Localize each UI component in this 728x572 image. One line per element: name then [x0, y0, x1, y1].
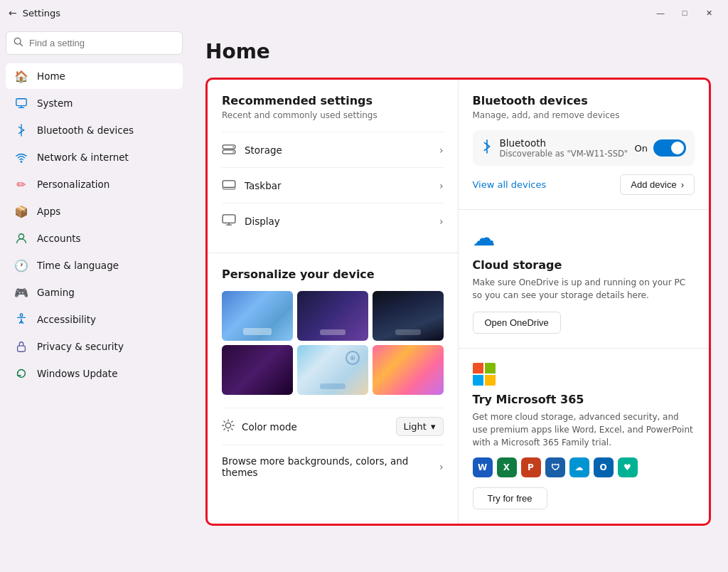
app-icon-powerpoint: P	[521, 457, 541, 477]
sidebar-item-update[interactable]: Windows Update	[6, 361, 183, 386]
bluetooth-actions: View all devices Add device ›	[473, 174, 695, 195]
sidebar-item-label-system: System	[37, 97, 73, 109]
display-label: Display	[245, 216, 280, 227]
wallpaper-5[interactable]: ⊕	[297, 345, 368, 395]
add-device-chevron: ›	[681, 179, 684, 190]
ms365-section: Try Microsoft 365 Get more cloud storage…	[459, 349, 710, 524]
ms-logo-q1	[473, 363, 483, 374]
svg-point-7	[20, 314, 23, 317]
sidebar-item-label-time: Time & language	[37, 260, 119, 271]
sidebar-item-accessibility[interactable]: Accessibility	[6, 307, 183, 332]
wallpaper-6[interactable]	[373, 345, 444, 395]
add-device-label: Add device	[631, 179, 676, 190]
view-all-devices-link[interactable]: View all devices	[473, 179, 547, 190]
bluetooth-toggle[interactable]	[653, 139, 686, 157]
title-bar-controls: — □ ✕	[650, 6, 719, 20]
svg-point-5	[21, 161, 23, 163]
open-onedrive-button[interactable]: Open OneDrive	[473, 312, 561, 334]
search-input[interactable]	[29, 38, 175, 48]
sidebar-item-label-privacy: Privacy & security	[37, 341, 124, 352]
search-box[interactable]	[6, 31, 183, 55]
color-mode-icon	[222, 419, 235, 435]
bluetooth-section-title: Bluetooth devices	[473, 94, 695, 107]
sidebar-item-home[interactable]: 🏠 Home	[6, 63, 183, 89]
app-body: 🏠 Home System Bluetooth & devices	[0, 26, 728, 572]
color-mode-select[interactable]: Light ▾	[396, 417, 444, 436]
sidebar-item-apps[interactable]: 📦 Apps	[6, 198, 183, 224]
sidebar-item-accounts[interactable]: Accounts	[6, 226, 183, 251]
app-title: Settings	[23, 8, 60, 18]
apps-icon: 📦	[14, 204, 28, 218]
display-icon	[222, 213, 236, 228]
color-mode-label: Color mode	[242, 421, 297, 433]
close-button[interactable]: ✕	[698, 6, 719, 20]
svg-point-11	[232, 147, 234, 148]
page-title: Home	[205, 40, 711, 63]
setting-row-taskbar[interactable]: Taskbar ›	[222, 167, 444, 203]
sidebar-item-gaming[interactable]: 🎮 Gaming	[6, 280, 183, 305]
accounts-icon	[14, 231, 28, 245]
sidebar: 🏠 Home System Bluetooth & devices	[0, 26, 188, 572]
setting-row-storage-left: Storage	[222, 142, 282, 157]
microsoft-logo	[473, 363, 496, 386]
app-icon-outlook: O	[594, 457, 614, 477]
sidebar-item-privacy[interactable]: Privacy & security	[6, 334, 183, 359]
wallpaper-1[interactable]	[222, 291, 293, 341]
bt-toggle-area: On	[635, 139, 686, 157]
update-icon	[14, 366, 28, 381]
personalize-title: Personalize your device	[222, 268, 444, 281]
setting-row-display[interactable]: Display ›	[222, 203, 444, 238]
right-panel: Bluetooth devices Manage, add, and remov…	[459, 80, 710, 524]
sidebar-item-label-bluetooth: Bluetooth & devices	[37, 125, 134, 136]
maximize-button[interactable]: □	[674, 6, 695, 20]
cloud-desc: Make sure OneDrive is up and running on …	[473, 276, 695, 302]
taskbar-chevron: ›	[439, 180, 444, 191]
browse-label: Browse more backgrounds, colors, and the…	[222, 455, 439, 478]
browse-row[interactable]: Browse more backgrounds, colors, and the…	[222, 445, 444, 488]
sidebar-item-personalization[interactable]: ✏️ Personalization	[6, 171, 183, 197]
main-content: Home Recommended settings Recent and com…	[188, 26, 728, 572]
wallpaper-3[interactable]	[373, 291, 444, 341]
title-bar: ← Settings — □ ✕	[0, 0, 728, 26]
ms-logo-q4	[485, 375, 496, 386]
setting-row-storage[interactable]: Storage ›	[222, 132, 444, 167]
app-icon-defender: 🛡	[545, 457, 565, 477]
sidebar-item-network[interactable]: Network & internet	[6, 144, 183, 170]
minimize-button[interactable]: —	[650, 6, 671, 20]
sidebar-item-bluetooth[interactable]: Bluetooth & devices	[6, 117, 183, 143]
storage-icon	[222, 142, 236, 157]
storage-label: Storage	[245, 144, 282, 156]
color-mode-value: Light	[404, 421, 427, 432]
personalize-section: Personalize your device	[208, 253, 458, 502]
back-icon[interactable]: ←	[9, 7, 17, 18]
wallpaper-2[interactable]	[297, 291, 368, 341]
svg-rect-15	[223, 215, 235, 223]
add-device-button[interactable]: Add device ›	[620, 174, 695, 195]
svg-point-18	[225, 423, 230, 428]
svg-rect-13	[223, 181, 235, 188]
color-mode-left: Color mode	[222, 419, 297, 435]
cloud-icon: ☁️	[473, 224, 695, 251]
color-mode-row: Color mode Light ▾	[222, 408, 444, 445]
sidebar-item-label-gaming: Gaming	[37, 287, 75, 298]
app-icon-word: W	[473, 457, 493, 477]
storage-chevron: ›	[439, 144, 444, 156]
recommended-subtitle: Recent and commonly used settings	[222, 110, 444, 120]
cloud-section: ☁️ Cloud storage Make sure OneDrive is u…	[459, 210, 710, 349]
wallpaper-grid: ⊕	[222, 291, 444, 395]
svg-rect-14	[223, 188, 235, 190]
bt-device-info: Bluetooth Discoverable as "VM-W11-SSD"	[500, 137, 628, 159]
sidebar-item-system[interactable]: System	[6, 90, 183, 116]
sidebar-item-time[interactable]: 🕐 Time & language	[6, 253, 183, 278]
personalization-icon: ✏️	[14, 177, 28, 191]
sidebar-item-label-update: Windows Update	[37, 368, 117, 379]
bluetooth-section: Bluetooth devices Manage, add, and remov…	[459, 80, 710, 210]
sidebar-item-label-network: Network & internet	[37, 152, 129, 163]
wallpaper-4[interactable]	[222, 345, 293, 395]
home-icon: 🏠	[14, 69, 28, 83]
network-icon	[14, 150, 28, 164]
display-chevron: ›	[439, 216, 444, 227]
bt-device-sub: Discoverable as "VM-W11-SSD"	[500, 149, 628, 159]
try-free-button[interactable]: Try for free	[473, 487, 547, 509]
ms-logo-q3	[473, 375, 483, 386]
